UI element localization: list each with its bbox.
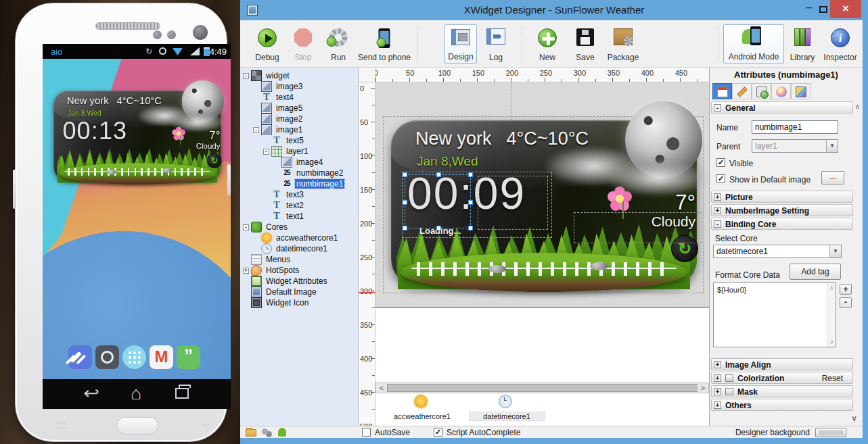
picture-section-header[interactable]: + Picture [711,191,853,203]
tab-effects[interactable] [791,83,810,99]
general-section-header[interactable]: - General [711,101,853,114]
expand-icon[interactable]: + [714,193,721,201]
tree-item-image2[interactable]: image2 [240,114,358,124]
gmail-app-icon[interactable]: M [150,345,173,369]
home-button[interactable] [116,417,158,435]
expand-icon[interactable]: + [714,401,721,409]
tree-item-image5[interactable]: image5 [240,103,358,114]
expand-toggle[interactable]: - [263,149,269,155]
script-autocomplete-checkbox[interactable]: ✓ [434,428,442,437]
refresh-button[interactable]: ↻ [207,153,222,168]
tree-item-cores[interactable]: -Cores [240,222,358,232]
remove-line-button[interactable]: - [840,297,852,308]
new-button[interactable]: New [532,24,562,64]
close-button[interactable]: × [830,0,861,18]
selection-box-numbimage1[interactable] [405,174,471,228]
tree-item-datetimecore1[interactable]: datetimecore1 [240,243,358,254]
stop-button[interactable]: Stop [288,24,319,64]
maximize-button[interactable] [819,6,827,13]
phone-app-icon[interactable] [68,345,92,369]
design-tab-button[interactable]: Design [444,24,477,64]
tree-item-image3[interactable]: image3 [240,81,358,92]
home-nav-icon[interactable]: ⌂ [131,384,141,403]
inspector-button[interactable]: i Inspector [821,24,860,64]
core-item-datetimecore1[interactable]: datetimecore1 [470,395,544,420]
run-button[interactable]: Run [323,24,354,64]
tree-item-accweathercore1[interactable]: accweathercore1 [240,232,358,243]
collapse-icon[interactable]: - [714,104,721,112]
panel-scroll-down-icon[interactable]: ∨ [851,414,857,423]
tree-item-layer1[interactable]: -layer1 [240,146,358,157]
show-default-checkbox[interactable]: ✓ [716,174,725,183]
app-drawer-icon[interactable] [122,345,146,369]
numberimage-section-header[interactable]: + NumberImage Setting [711,204,853,216]
log-tab-button[interactable]: Log [481,24,511,64]
tree-item-hotspots[interactable]: +HotSpots [240,265,358,276]
format-core-data-textarea[interactable]: ${Hour0} ∧ ∨ [713,282,836,347]
select-core-dropdown[interactable]: datetimecore1 ▼ [713,245,842,258]
camera-app-icon[interactable] [95,345,119,369]
debug-button[interactable]: Debug [250,24,285,64]
tree-item-numbimage2[interactable]: 25numbimage2 [240,168,358,178]
expand-toggle[interactable]: - [243,224,249,230]
tree-item-widget-icon[interactable]: Widget Icon [240,297,358,308]
name-input[interactable]: numbimage1 [752,120,838,134]
add-tag-button[interactable]: Add tag [790,264,841,280]
expand-toggle[interactable]: - [253,127,259,133]
tree-item-widget[interactable]: -widget [240,70,358,81]
binding-core-section-header[interactable]: - Binding Core [711,218,853,230]
expand-icon[interactable]: + [714,361,721,368]
library-button[interactable]: Library [787,24,818,64]
colorization-reset-button[interactable]: Reset [822,373,843,384]
gears-icon[interactable] [262,428,268,435]
tab-color[interactable] [771,83,791,99]
tree-item-numbimage1[interactable]: 25numbimage1 [240,178,358,189]
tree-item-menus[interactable]: Menus [240,254,358,265]
weather-widget-canvas[interactable]: New york4°C~10°C Jan 8,Wed 00:09 Loading… [387,119,702,300]
weather-widget-phone[interactable]: New york4°C~10°C Jan 8,Wed 00:13 7° Clou… [51,90,224,189]
tab-size[interactable] [732,83,752,99]
tab-form[interactable] [712,83,732,99]
add-line-button[interactable]: + [840,284,852,295]
designer-background-swatch[interactable] [815,428,846,437]
tab-shape[interactable] [752,83,771,99]
tree-item-default-image[interactable]: Default Image [240,287,358,297]
scrollbar-thumb[interactable] [387,384,700,392]
save-button[interactable]: Save [570,24,600,64]
dropdown-arrow-icon[interactable]: ▼ [826,140,838,152]
back-nav-icon[interactable]: ↩ [83,384,99,403]
scroll-right-arrow[interactable]: > [698,383,708,393]
hangouts-app-icon[interactable]: ” [177,345,200,369]
android-icon[interactable] [278,428,286,437]
image-align-section-header[interactable]: + Image Align [711,358,853,370]
expand-icon[interactable]: + [714,374,721,382]
tree-item-image4[interactable]: image4 [240,157,358,168]
expand-icon[interactable]: + [714,207,721,214]
tree-item-text1[interactable]: Ttext1 [240,211,358,222]
expand-toggle[interactable]: - [243,73,249,79]
core-item-accweathercore1[interactable]: accweathercore1 [385,395,459,420]
visible-checkbox[interactable]: ✓ [716,158,725,167]
tree-item-text5[interactable]: Ttext5 [240,135,358,146]
tree-item-widget-attributes[interactable]: Widget Attributes [240,276,358,287]
panel-scroll-up-icon[interactable]: ∧ [855,103,860,110]
recents-nav-icon[interactable] [175,388,189,399]
folder-icon[interactable] [246,429,256,437]
horizontal-scrollbar[interactable]: < > [375,383,709,393]
tree-item-image1[interactable]: -image1 [240,124,358,135]
scroll-left-arrow[interactable]: < [376,383,387,393]
menu-capacitive-icon[interactable] [56,422,67,429]
design-canvas[interactable]: New york4°C~10°C Jan 8,Wed 00:09 Loading… [359,68,709,426]
back-capacitive-icon[interactable]: ↩ [202,418,211,431]
parent-dropdown[interactable]: layer1 ▼ [752,139,838,153]
textarea-scrollbar[interactable]: ∧ ∨ [827,283,836,347]
dropdown-arrow-icon[interactable]: ▼ [829,245,841,257]
tree-item-text3[interactable]: Ttext3 [240,189,358,200]
send-to-phone-button[interactable]: Send to phone [355,24,413,64]
others-section-header[interactable]: + Others [711,399,853,411]
tree-item-text2[interactable]: Ttext2 [240,200,358,211]
tree-item-text4[interactable]: Ttext4 [240,92,358,103]
autosave-checkbox[interactable] [362,428,371,437]
colorization-section-header[interactable]: + Colorization Reset [711,372,853,384]
expand-icon[interactable]: + [714,388,721,395]
